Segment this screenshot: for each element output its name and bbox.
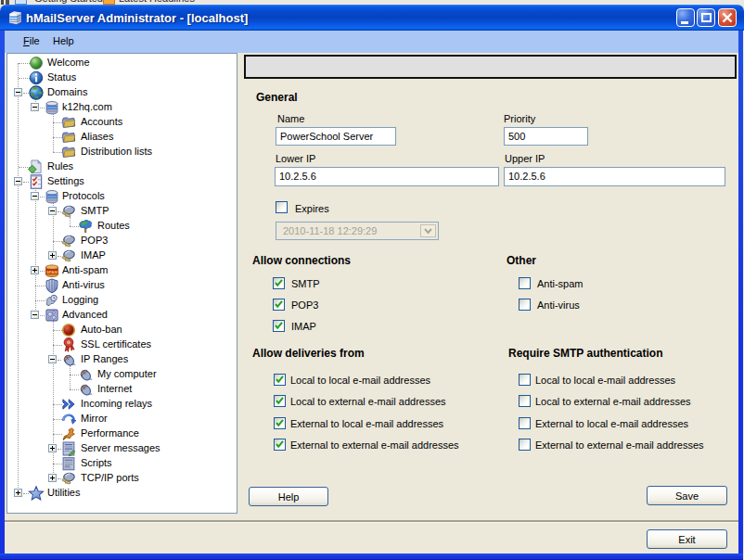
svg-text:SPAM: SPAM <box>46 269 58 274</box>
